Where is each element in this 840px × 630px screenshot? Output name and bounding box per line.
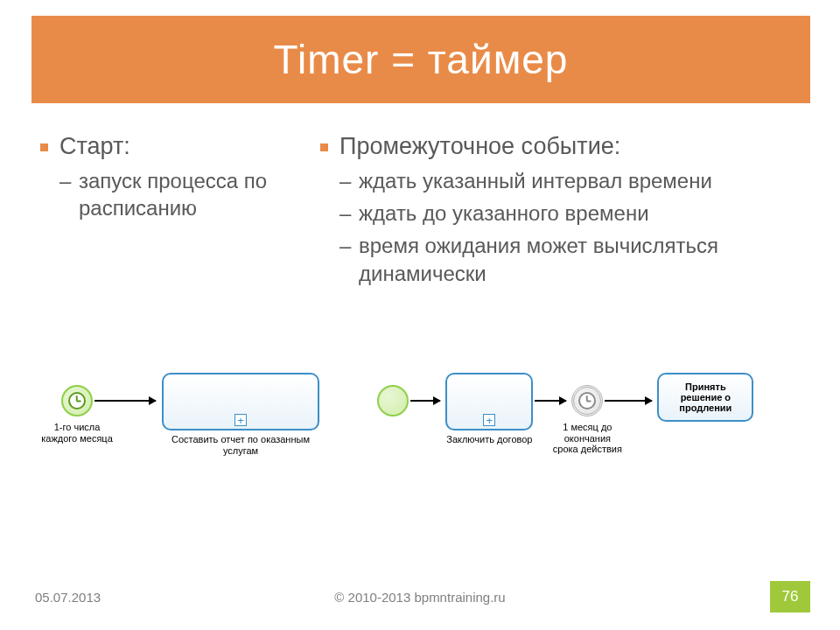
subprocess-marker-icon: + <box>234 414 247 426</box>
left-heading: Старт: запуск процесса по расписанию <box>35 131 298 221</box>
footer: 05.07.2013 © 2010-2013 bpmntraining.ru 7… <box>0 581 840 612</box>
timer-intermediate-event-icon <box>571 385 603 416</box>
timer-intermediate-label: 1 месяц до окончания срока действия <box>552 422 622 455</box>
task-create-report-label: Составить отчет по оказанным услугам <box>162 434 319 456</box>
content: Старт: запуск процесса по расписанию Про… <box>35 122 805 292</box>
left-heading-text: Старт: <box>60 133 130 159</box>
right-heading: Промежуточное событие: ждать указанный и… <box>315 131 805 287</box>
task-create-report: + <box>162 373 319 430</box>
left-column: Старт: запуск процесса по расписанию <box>35 122 315 292</box>
left-item-0: запуск процесса по расписанию <box>60 167 298 221</box>
sequence-flow-2c <box>605 400 652 402</box>
slide: Timer = таймер Старт: запуск процесса по… <box>0 0 840 630</box>
task-renewal-decision-label: Принять решение о продлении <box>664 382 746 413</box>
right-heading-text: Промежуточное событие: <box>340 133 620 159</box>
task-sign-contract: + <box>445 373 533 430</box>
start-event-label: 1-го числа каждого месяца <box>40 422 114 444</box>
task-renewal-decision: Принять решение о продлении <box>657 373 753 422</box>
footer-date: 05.07.2013 <box>35 590 101 605</box>
footer-copyright: © 2010-2013 bpmntraining.ru <box>334 590 505 605</box>
title-bar: Timer = таймер <box>32 16 810 103</box>
start-event-icon <box>377 385 409 416</box>
sequence-flow-2a <box>410 400 440 402</box>
right-item-1: ждать до указанного времени <box>340 200 805 227</box>
sequence-flow-2b <box>535 400 566 402</box>
slide-title: Timer = таймер <box>274 36 569 83</box>
right-item-0: ждать указанный интервал времени <box>340 167 805 194</box>
sequence-flow-1 <box>94 400 156 402</box>
clock-icon <box>68 392 86 410</box>
task-sign-contract-label: Заключить договор <box>440 434 538 445</box>
right-column: Промежуточное событие: ждать указанный и… <box>315 122 805 292</box>
right-item-2: время ожидания может вычисляться динамич… <box>340 232 805 286</box>
footer-page-number: 76 <box>770 581 810 612</box>
timer-start-event-icon <box>61 385 93 416</box>
clock-icon <box>578 392 596 410</box>
subprocess-marker-icon: + <box>483 414 495 426</box>
